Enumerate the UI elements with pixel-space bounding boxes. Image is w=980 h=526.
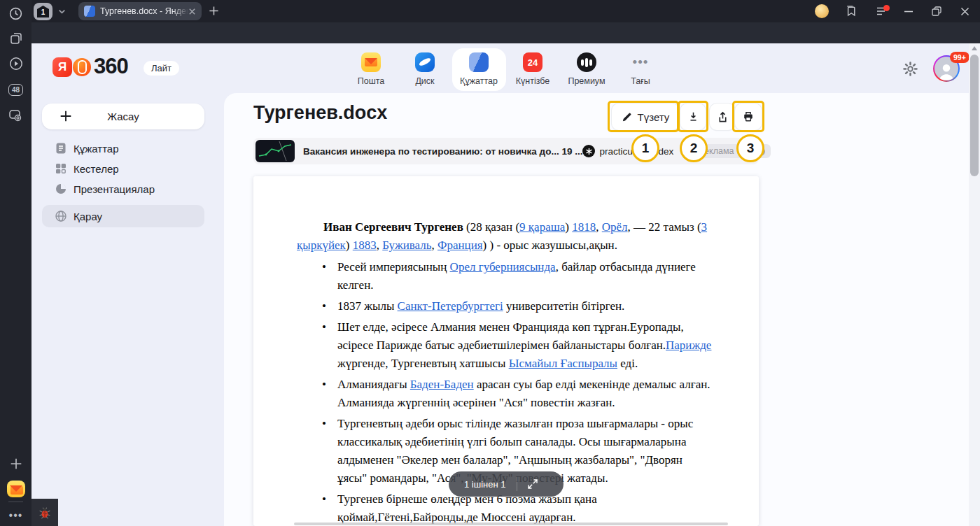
document-heading: Иван Сергеевич Тургенев (28 қазан (9 қар… <box>297 218 714 255</box>
history-clock-icon[interactable] <box>0 3 31 24</box>
bug-report-overlay[interactable] <box>31 499 58 526</box>
print-button[interactable] <box>735 104 762 130</box>
text-run: Иван Сергеевич Тургенев <box>323 220 463 234</box>
page-indicator-text: 1 ішінен 1 <box>464 479 505 490</box>
screenshot-icon[interactable] <box>0 105 31 126</box>
tab-group-chevron-icon[interactable] <box>57 7 66 16</box>
close-button[interactable] <box>955 0 974 22</box>
browser-tab[interactable]: Тургенев.docx - Яндек <box>78 2 202 20</box>
tab-title: Тургенев.docx - Яндек <box>100 6 188 16</box>
service-premium[interactable]: Премиум <box>560 48 614 91</box>
text-run: Алманиядағы <box>337 378 410 391</box>
bug-icon <box>37 505 52 520</box>
sidebar-item-presentations[interactable]: Презентациялар <box>42 178 204 200</box>
text-run: , <box>377 239 383 252</box>
text-run: ) <box>346 239 353 252</box>
rail-divider <box>8 502 23 502</box>
bookmarks-panel-icon[interactable] <box>841 0 861 22</box>
scrollbar-thumb[interactable] <box>970 55 979 176</box>
service-disk[interactable]: Диск <box>398 48 452 91</box>
edit-button[interactable]: Түзету <box>612 104 679 130</box>
expand-icon[interactable] <box>527 478 538 490</box>
document-link[interactable]: Парижде <box>666 339 711 352</box>
scrollbar-up-arrow[interactable] <box>972 46 977 50</box>
service-calendar[interactable]: 24 Күнтізбе <box>506 48 560 91</box>
service-more[interactable]: ••• Тағы <box>614 48 668 91</box>
settings-gear-icon[interactable] <box>902 61 918 77</box>
text-run: , <box>431 239 438 252</box>
tab-group-count: 1 <box>37 6 49 17</box>
docs-favicon-icon <box>84 6 95 17</box>
document-title: Тургенев.docx <box>253 102 387 124</box>
sidebar-item-documents[interactable]: Құжаттар <box>42 137 204 159</box>
pencil-icon <box>622 112 632 122</box>
document-link[interactable]: 1818 <box>572 220 596 234</box>
document-bullet: 1837 жылы Санкт-Петербургтегі университе… <box>297 297 714 315</box>
service-documents[interactable]: Құжаттар <box>452 48 506 91</box>
sidebar-item-view[interactable]: Қарау <box>42 205 204 227</box>
page-indicator-pill: 1 ішінен 1 <box>449 471 564 497</box>
browser-menu-icon[interactable] <box>872 0 892 22</box>
page-scrollbar <box>969 43 980 526</box>
text-run: Тургенев бірнеше өлеңдер мен 6 поэма жаз… <box>337 492 597 524</box>
share-button[interactable] <box>710 104 735 130</box>
service-mail[interactable]: Пошта <box>344 48 398 91</box>
pill-divider <box>517 477 517 491</box>
yandex-360-app: Я 360 Лайт Пошта Диск Құжаттар 24 Күнтіз… <box>31 43 980 526</box>
text-run: жүргенде, Тургеневтың хатшысы <box>337 357 509 370</box>
ad-thumbnail <box>255 140 295 162</box>
yandex-mail-icon[interactable] <box>0 478 31 500</box>
document-icon <box>55 142 67 155</box>
browser-profile-avatar[interactable] <box>812 0 832 22</box>
badge-48-icon[interactable]: 48 <box>0 79 31 100</box>
document-link[interactable]: Буживаль <box>382 239 431 252</box>
grid-icon <box>55 162 67 175</box>
rail-more-icon[interactable]: ••• <box>0 505 31 526</box>
tab-close-icon[interactable] <box>188 8 196 15</box>
play-icon[interactable] <box>0 53 31 74</box>
document-bullet: Ресей империясының Орел губерниясында, б… <box>297 258 714 294</box>
document-link[interactable]: Орел губерниясында <box>450 260 556 273</box>
menu-notification-dot <box>883 5 890 11</box>
practicum-logo-icon <box>582 145 595 157</box>
rail-plus-icon[interactable] <box>0 453 31 474</box>
annotation-number-1: 1 <box>631 134 659 162</box>
tabs-panel-icon[interactable] <box>0 28 31 49</box>
plus-icon <box>59 110 72 122</box>
document-link[interactable]: Орёл <box>602 220 628 234</box>
browser-side-rail: 48 ••• <box>0 0 31 526</box>
document-link[interactable]: Ысмайыл Ғаспыралы <box>509 357 617 370</box>
share-icon <box>718 111 728 123</box>
sidebar-item-tables[interactable]: Кестелер <box>42 157 204 180</box>
text-run: еді. <box>617 357 638 370</box>
create-button[interactable]: Жасау <box>42 104 204 129</box>
main-content: Тургенев.docx Түзету 1 2 3 Вакансия <box>224 93 969 526</box>
document-bullet: Алманиядағы Баден-Баден арасан суы бар е… <box>297 376 714 412</box>
text-run: Ресей империясының <box>337 260 450 273</box>
document-link[interactable]: 9 қараша <box>519 220 565 234</box>
calendar-icon: 24 <box>523 52 542 72</box>
download-button[interactable] <box>680 104 706 130</box>
mail-icon <box>361 52 381 72</box>
documents-icon <box>469 52 489 72</box>
document-link[interactable]: Баден-Баден <box>410 378 474 391</box>
document-link[interactable]: Санкт-Петербургтегі <box>398 299 503 313</box>
notifications-badge: 99+ <box>950 52 969 63</box>
download-icon <box>688 111 699 122</box>
document-link[interactable]: Франция <box>438 239 483 252</box>
printer-icon <box>743 111 754 122</box>
text-run: ) ) - орыс жазушысы,ақын. <box>483 239 617 252</box>
document-bullet: Шет елде, әсіресе Алмания менен Францияд… <box>297 318 714 373</box>
annotation-number-3: 3 <box>736 134 764 162</box>
document-link[interactable]: 1883 <box>353 239 377 252</box>
text-run: , — 22 тамыз ( <box>628 220 701 234</box>
minimize-button[interactable] <box>899 0 918 22</box>
user-avatar[interactable]: 99+ <box>933 55 960 82</box>
text-run: ) <box>565 220 572 234</box>
restore-button[interactable] <box>927 0 946 22</box>
tab-group-chip[interactable]: 1 <box>34 3 52 20</box>
text-run: 1837 жылы <box>337 299 398 313</box>
premium-icon <box>577 52 596 72</box>
new-tab-button[interactable] <box>209 6 219 16</box>
ad-title: Вакансия инженера по тестированию: от но… <box>303 146 582 157</box>
